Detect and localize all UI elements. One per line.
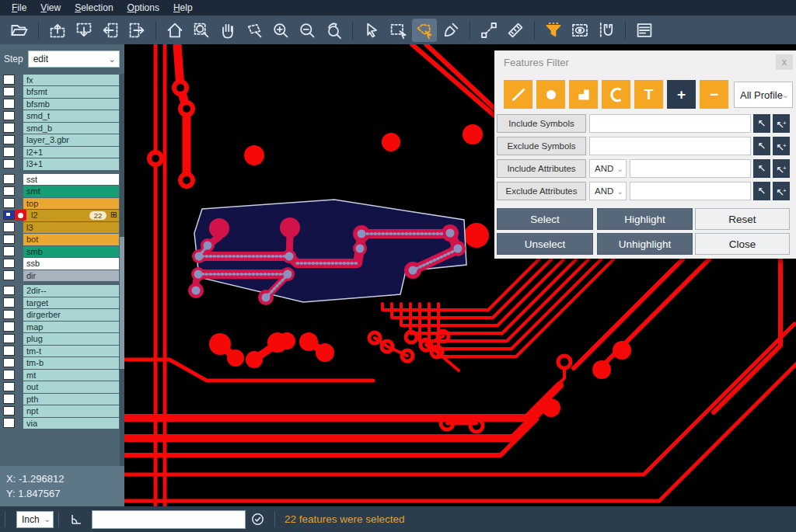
remove-filter-button[interactable]: − <box>700 80 728 109</box>
layer-row-mt[interactable]: mt <box>0 369 124 381</box>
close-icon[interactable]: x <box>776 54 793 70</box>
filter-value-field[interactable] <box>589 114 751 133</box>
pick-icon[interactable]: ↖ <box>753 137 770 155</box>
layer-name[interactable]: fx <box>23 75 119 86</box>
layer-name[interactable]: top <box>23 198 119 210</box>
exclude-attributes-button[interactable]: Exclude Attributes <box>497 182 586 200</box>
pick-icon[interactable]: ↖ <box>753 159 770 178</box>
zoom-in-icon[interactable] <box>268 19 293 42</box>
measure-line-icon[interactable] <box>477 19 501 42</box>
layer-row-layer_3.gbr[interactable]: layer_3.gbr <box>0 134 124 147</box>
layer-checkbox[interactable] <box>3 123 15 133</box>
layer-checkbox[interactable] <box>3 418 15 428</box>
layer-name[interactable]: bot <box>23 234 119 245</box>
layer-row-fx[interactable]: fx <box>0 74 124 86</box>
highlight-button[interactable]: Highlight <box>597 208 693 230</box>
select-cursor-icon[interactable] <box>359 19 384 42</box>
layer-checkbox[interactable] <box>3 186 15 196</box>
filter-value-field[interactable] <box>589 137 751 155</box>
layer-checkbox[interactable] <box>3 406 15 416</box>
layer-name[interactable]: mt <box>23 370 119 381</box>
layer-row-target[interactable]: target <box>0 297 124 309</box>
layer-row-smb[interactable]: smb <box>0 245 124 258</box>
menu-view[interactable]: View <box>33 1 68 15</box>
refresh-check-icon[interactable] <box>250 512 265 527</box>
active-layer-indicator[interactable] <box>15 210 26 221</box>
text-tool-button[interactable]: T <box>634 80 663 109</box>
layer-checkbox[interactable] <box>3 246 15 256</box>
selection-polygon[interactable] <box>194 200 466 302</box>
layer-checkbox[interactable] <box>3 358 15 368</box>
layer-name[interactable]: via <box>23 418 119 429</box>
close-button[interactable]: Close <box>695 233 790 255</box>
pad-tool-button[interactable] <box>536 80 565 109</box>
layer-checkbox[interactable] <box>3 99 15 109</box>
layer-row-plug[interactable]: plug <box>0 333 124 346</box>
layer-row-dirgerber[interactable]: dirgerber <box>0 309 124 322</box>
layer-checkbox[interactable] <box>3 135 15 145</box>
layer-name[interactable]: target <box>23 297 119 309</box>
layer-name[interactable]: ssb <box>23 258 119 269</box>
layer-name[interactable]: tm-t <box>23 346 119 357</box>
exclude-symbols-button[interactable]: Exclude Symbols <box>497 137 586 155</box>
layer-name[interactable]: pth <box>23 394 119 405</box>
pick-add-icon[interactable]: ↖+ <box>773 114 790 133</box>
zoom-area-icon[interactable] <box>189 19 214 42</box>
layer-row-l3+1[interactable]: l3+1 <box>0 158 124 171</box>
pick-add-icon[interactable]: ↖+ <box>773 182 790 200</box>
surface-tool-button[interactable] <box>569 80 598 109</box>
scrollbar-thumb[interactable] <box>120 237 124 369</box>
layer-checkbox[interactable] <box>3 334 15 344</box>
zoom-out-icon[interactable] <box>295 19 319 42</box>
line-tool-button[interactable] <box>504 80 532 109</box>
command-input[interactable] <box>92 510 246 529</box>
layer-row-ssb[interactable]: ssb <box>0 258 124 270</box>
layer-row-npt[interactable]: npt <box>0 405 124 418</box>
pick-icon[interactable]: ↖ <box>753 182 770 200</box>
layer-checkbox[interactable] <box>3 235 15 245</box>
layer-checkbox[interactable] <box>3 370 15 380</box>
layer-row-tm-b[interactable]: tm-b <box>0 357 124 370</box>
select-button[interactable]: Select <box>497 208 593 230</box>
layer-checkbox[interactable] <box>3 75 15 85</box>
layer-row-smd_t[interactable]: smd_t <box>0 110 124 123</box>
layer-checkbox[interactable] <box>3 174 15 184</box>
layer-row-dir[interactable]: dir <box>0 269 124 282</box>
layer-checkbox[interactable] <box>3 394 15 404</box>
layer-checkbox[interactable] <box>3 270 15 280</box>
layer-row-tm-t[interactable]: tm-t <box>0 345 124 357</box>
filter-value-field[interactable] <box>630 182 751 200</box>
move-up-icon[interactable] <box>45 19 70 42</box>
pick-icon[interactable]: ↖ <box>753 114 770 133</box>
layer-name[interactable]: smt <box>23 186 119 197</box>
move-right-icon[interactable] <box>124 19 149 42</box>
grid-icon[interactable]: ⊞ <box>110 210 117 220</box>
angle-measure-icon[interactable] <box>68 512 84 527</box>
layer-row-out[interactable]: out <box>0 381 124 394</box>
filter-value-field[interactable] <box>630 159 751 178</box>
layer-checkbox[interactable] <box>3 259 15 269</box>
layer-checkbox[interactable] <box>3 87 15 97</box>
unhighlight-button[interactable]: Unhighlight <box>597 233 693 255</box>
selection-region[interactable] <box>188 200 466 305</box>
layer-row-bot[interactable]: bot <box>0 234 124 246</box>
menu-selection[interactable]: Selection <box>68 1 120 15</box>
form-panel-icon[interactable] <box>632 19 657 42</box>
layer-scrollbar[interactable] <box>120 74 124 478</box>
include-symbols-button[interactable]: Include Symbols <box>497 114 586 133</box>
layer-checkbox[interactable] <box>3 297 15 308</box>
layer-name[interactable]: bfsmt <box>23 86 119 98</box>
layer-name[interactable]: tm-b <box>23 357 119 369</box>
menu-help[interactable]: Help <box>166 1 200 15</box>
pick-add-icon[interactable]: ↖+ <box>773 137 790 155</box>
step-select[interactable]: edit ⌄ <box>28 50 120 68</box>
layer-row-bfsmb[interactable]: bfsmb <box>0 98 124 110</box>
layer-row-l2[interactable]: l222⊞ <box>0 210 124 222</box>
layer-name[interactable]: sst <box>23 174 119 186</box>
layer-checkbox[interactable] <box>3 310 15 320</box>
layer-checkbox[interactable] <box>3 159 15 169</box>
menu-file[interactable]: File <box>5 1 33 15</box>
layer-row-smd_b[interactable]: smd_b <box>0 122 124 134</box>
layer-name[interactable]: smd_t <box>23 110 119 122</box>
layer-checkbox[interactable] <box>3 210 15 221</box>
